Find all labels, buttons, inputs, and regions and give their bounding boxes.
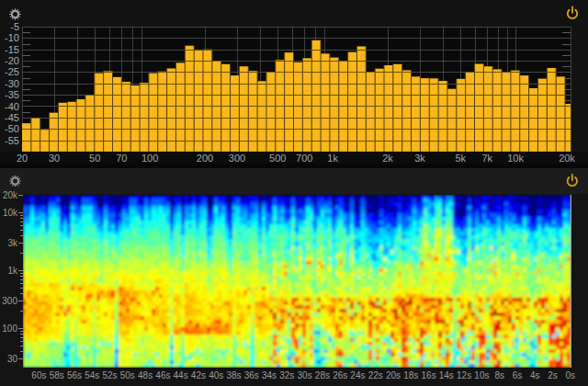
svg-text:58s: 58s — [50, 370, 64, 380]
svg-text:500: 500 — [269, 153, 286, 164]
svg-text:-20: -20 — [5, 55, 19, 66]
svg-text:18s: 18s — [403, 370, 418, 380]
svg-text:200: 200 — [197, 153, 213, 164]
svg-text:300: 300 — [229, 153, 245, 164]
svg-text:0s: 0s — [566, 370, 576, 380]
svg-text:30s: 30s — [298, 370, 312, 380]
svg-text:26s: 26s — [333, 370, 347, 380]
svg-text:24s: 24s — [350, 370, 365, 380]
svg-text:1k: 1k — [327, 153, 338, 164]
svg-text:70: 70 — [116, 153, 127, 164]
svg-text:700: 700 — [296, 153, 312, 164]
svg-text:28s: 28s — [315, 370, 330, 380]
svg-text:30: 30 — [49, 153, 60, 164]
svg-text:-50: -50 — [5, 123, 19, 134]
svg-text:10k: 10k — [3, 208, 18, 218]
svg-text:-5: -5 — [10, 21, 19, 32]
svg-text:10s: 10s — [474, 370, 489, 380]
svg-text:-45: -45 — [5, 112, 19, 123]
svg-text:6s: 6s — [513, 370, 523, 380]
svg-text:34s: 34s — [262, 370, 277, 380]
svg-text:54s: 54s — [85, 370, 99, 380]
svg-text:32s: 32s — [279, 370, 294, 380]
svg-text:10k: 10k — [507, 153, 524, 164]
svg-text:56s: 56s — [67, 370, 82, 380]
svg-text:20: 20 — [17, 153, 28, 164]
svg-text:-40: -40 — [5, 101, 19, 112]
svg-text:22s: 22s — [368, 370, 383, 380]
svg-text:1k: 1k — [7, 266, 18, 276]
svg-text:3k: 3k — [7, 238, 18, 248]
svg-text:30: 30 — [7, 354, 18, 364]
svg-text:-10: -10 — [5, 32, 19, 43]
svg-text:50: 50 — [89, 153, 100, 164]
svg-text:12s: 12s — [457, 370, 471, 380]
svg-text:50s: 50s — [120, 370, 135, 380]
svg-text:-35: -35 — [5, 89, 19, 100]
svg-text:44s: 44s — [174, 370, 188, 380]
svg-text:8s: 8s — [494, 370, 504, 380]
svg-text:4s: 4s — [530, 370, 540, 380]
svg-text:40s: 40s — [209, 370, 223, 380]
svg-text:14s: 14s — [439, 370, 454, 380]
svg-text:46s: 46s — [155, 370, 170, 380]
svg-text:36s: 36s — [244, 370, 259, 380]
svg-text:7k: 7k — [481, 153, 492, 164]
svg-text:52s: 52s — [102, 370, 117, 380]
svg-text:5k: 5k — [455, 153, 466, 164]
svg-text:3k: 3k — [414, 153, 425, 164]
svg-text:300: 300 — [2, 296, 17, 306]
svg-text:20s: 20s — [386, 370, 401, 380]
svg-text:20k: 20k — [3, 190, 18, 200]
svg-text:-25: -25 — [5, 66, 19, 77]
svg-text:48s: 48s — [138, 370, 153, 380]
svg-text:60s: 60s — [31, 370, 46, 380]
svg-text:100: 100 — [141, 153, 158, 164]
svg-text:-15: -15 — [5, 44, 19, 55]
svg-text:20k: 20k — [559, 153, 575, 164]
svg-text:2s: 2s — [548, 370, 558, 380]
svg-text:2k: 2k — [382, 153, 393, 164]
svg-text:16s: 16s — [422, 370, 436, 380]
svg-text:-55: -55 — [5, 135, 19, 146]
svg-text:100: 100 — [2, 324, 17, 334]
svg-text:42s: 42s — [191, 370, 206, 380]
svg-text:38s: 38s — [226, 370, 241, 380]
svg-text:-30: -30 — [5, 78, 19, 89]
